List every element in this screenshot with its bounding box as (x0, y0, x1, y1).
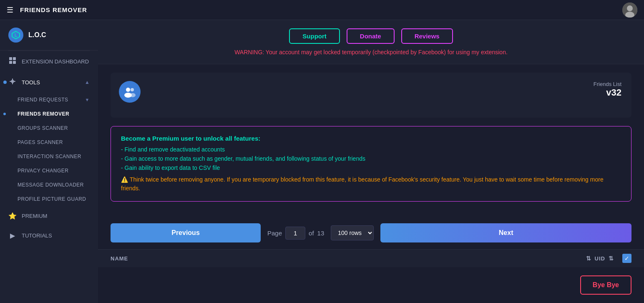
sidebar-item-groups-scanner[interactable]: GROUPS SCANNER (0, 121, 98, 135)
next-button[interactable]: Next (380, 223, 631, 242)
avatar[interactable] (622, 3, 637, 18)
warning-text: WARNING: Your account may get locked tem… (111, 49, 631, 56)
version-number: v32 (594, 87, 621, 98)
warning-triangle-icon: ⚠️ (121, 176, 128, 183)
col-name: NAME (111, 255, 586, 262)
svg-point-1 (627, 5, 633, 11)
card-area: Friends List v32 (111, 73, 631, 118)
version-label: Friends List (594, 81, 621, 87)
logo-icon: L (8, 28, 23, 43)
premium-feature-2: - Gain access to more data such as gende… (121, 155, 621, 162)
sidebar-item-premium[interactable]: ⭐ PREMIUM (0, 206, 98, 226)
select-all-checkbox[interactable]: ✓ (622, 254, 631, 263)
previous-button[interactable]: Previous (111, 223, 261, 242)
uid-sort-icon[interactable]: ⇅ (609, 255, 614, 262)
col-uid-label: UID (595, 255, 605, 262)
friend-requests-arrow: ▼ (85, 97, 90, 102)
sidebar-logo[interactable]: L L.O.C (0, 20, 98, 50)
tutorials-icon: ▶ (8, 232, 17, 240)
tutorials-label: TUTORIALS (22, 232, 90, 239)
sidebar-item-profile-picture-guard[interactable]: PROFILE PICTURE GUARD (0, 192, 98, 206)
bye-bye-button[interactable]: Bye Bye (580, 275, 631, 295)
donate-button[interactable]: Donate (347, 28, 395, 44)
name-sort-icon[interactable]: ⇅ (586, 255, 591, 262)
dashboard-icon (8, 57, 17, 66)
of-label: of (309, 230, 314, 237)
svg-point-13 (130, 93, 136, 97)
bye-bye-area: Bye Bye (98, 210, 644, 217)
tools-dot (3, 81, 7, 84)
sidebar-item-privacy-changer[interactable]: PRIVACY CHANGER (0, 164, 98, 178)
interaction-scanner-label: INTERACTION SCANNER (18, 154, 81, 159)
tools-icon (8, 78, 17, 87)
friends-remover-dot (3, 113, 6, 115)
tools-label: TOOLS (22, 79, 85, 86)
privacy-changer-label: PRIVACY CHANGER (18, 168, 68, 174)
page-label: Page (267, 230, 282, 237)
svg-point-10 (126, 88, 130, 92)
card-version: Friends List v32 (594, 81, 621, 98)
svg-rect-8 (13, 61, 16, 64)
pages-scanner-label: PAGES SCANNER (18, 139, 63, 145)
card-header: Friends List v32 (119, 81, 623, 103)
svg-rect-5 (9, 57, 12, 60)
sidebar-item-friend-requests[interactable]: FRIEND REQUESTS ▼ (0, 93, 98, 107)
sidebar: L L.O.C EXTENSION DASHBOARD TOOLS ▲ (0, 0, 98, 303)
dashboard-label: EXTENSION DASHBOARD (22, 58, 90, 65)
sidebar-item-interaction-scanner[interactable]: INTERACTION SCANNER (0, 149, 98, 164)
menu-icon[interactable]: ☰ (7, 5, 13, 15)
tools-arrow: ▲ (85, 79, 90, 85)
premium-feature-3: - Gain ability to export data to CSV fil… (121, 164, 621, 171)
premium-label: PREMIUM (22, 213, 90, 219)
friend-requests-label: FRIEND REQUESTS (18, 97, 68, 103)
profile-picture-guard-label: PROFILE PICTURE GUARD (18, 196, 86, 202)
header-area: Support Donate Reviews WARNING: Your acc… (98, 20, 644, 64)
svg-rect-6 (13, 57, 16, 60)
col-uid-area: ⇅ UID ⇅ (586, 255, 614, 262)
sidebar-item-tutorials[interactable]: ▶ TUTORIALS (0, 226, 98, 245)
premium-title: Become a Premium user to unlock all feat… (121, 135, 621, 142)
rows-select[interactable]: 100 rows 50 rows 25 rows (331, 225, 374, 240)
friends-remover-label: FRIENDS REMOVER (18, 111, 69, 117)
app-title: FRIENDS REMOVER (20, 6, 87, 13)
svg-point-11 (131, 88, 134, 91)
card-icon (119, 81, 141, 103)
page-info: Page of 13 (267, 227, 324, 240)
header-buttons: Support Donate Reviews (111, 28, 631, 44)
sidebar-item-extension-dashboard[interactable]: EXTENSION DASHBOARD (0, 51, 98, 72)
support-button[interactable]: Support (289, 28, 340, 44)
table-header: NAME ⇅ UID ⇅ ✓ (98, 249, 644, 267)
svg-rect-7 (9, 61, 12, 64)
sidebar-item-pages-scanner[interactable]: PAGES SCANNER (0, 135, 98, 149)
total-pages: 13 (317, 230, 325, 237)
svg-text:L: L (15, 33, 17, 38)
premium-warning: ⚠️Think twice before removing anyone. If… (121, 175, 621, 193)
premium-icon: ⭐ (8, 212, 17, 220)
page-input[interactable] (285, 227, 305, 240)
sidebar-item-friends-remover[interactable]: FRIENDS REMOVER (0, 107, 98, 121)
groups-scanner-label: GROUPS SCANNER (18, 125, 68, 131)
sidebar-item-message-downloader[interactable]: MESSAGE DOWNLOADER (0, 178, 98, 192)
premium-feature-1: - Find and remove deactivated accounts (121, 146, 621, 153)
pagination-area: Previous Page of 13 100 rows 50 rows 25 … (98, 217, 644, 249)
sidebar-item-tools[interactable]: TOOLS ▲ (0, 72, 98, 93)
message-downloader-label: MESSAGE DOWNLOADER (18, 182, 84, 188)
reviews-button[interactable]: Reviews (401, 28, 453, 44)
main-content: Support Donate Reviews WARNING: Your acc… (98, 0, 644, 303)
topbar: ☰ FRIENDS REMOVER (0, 0, 644, 20)
sidebar-logo-text: L.O.C (28, 31, 46, 39)
premium-box: Become a Premium user to unlock all feat… (111, 126, 631, 202)
